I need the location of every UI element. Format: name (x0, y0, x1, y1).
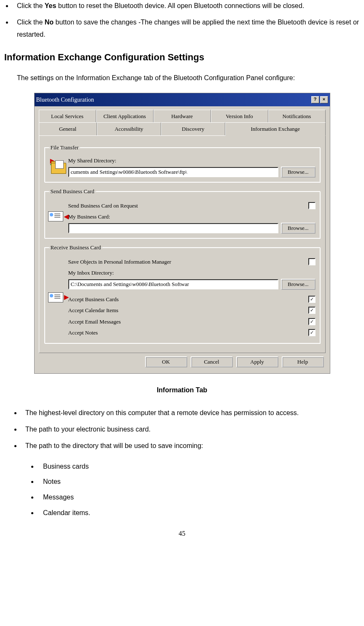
figure-caption: Information Tab (4, 384, 360, 397)
accept-email-label: Accept Email Messages (68, 317, 308, 326)
file-transfer-legend: File Transfer (49, 143, 81, 152)
accept-cards-label: Accept Business Cards (68, 294, 308, 304)
card-send-icon: ◀ (49, 211, 68, 222)
my-card-label: My Business Card: (68, 212, 315, 221)
bullet-item: Click the Yes button to reset the Blueto… (13, 0, 360, 12)
bullet-item: The highest-level directory on this comp… (21, 407, 360, 419)
send-on-request-label: Send Business Card on Request (68, 201, 308, 210)
tab-client-applications[interactable]: Client Applications (96, 110, 154, 122)
dialog-button-row: OK Cancel Apply Help (39, 353, 326, 369)
card-receive-icon: ▶ (49, 292, 68, 302)
tab-discovery[interactable]: Discovery (161, 122, 225, 135)
text: button to reset the Bluetooth device. Al… (56, 2, 304, 9)
dialog-body: Local Services Client Applications Hardw… (35, 106, 330, 373)
tab-hardware[interactable]: Hardware (154, 110, 211, 122)
inbox-dir-label: My Inbox Directory: (68, 268, 315, 278)
bluetooth-config-dialog: Bluetooth Configuration ? × Local Servic… (34, 93, 330, 374)
bullet-item: The path to the directory that will be u… (21, 440, 360, 452)
accept-notes-checkbox[interactable]: ✓ (308, 329, 315, 336)
accept-cards-checkbox[interactable]: ✓ (308, 296, 315, 303)
apply-button[interactable]: Apply (236, 356, 278, 367)
help-button[interactable]: ? (311, 96, 319, 103)
tab-panel: File Transfer ▶◀ My Shared Directory: (39, 135, 326, 353)
save-pim-checkbox[interactable] (308, 258, 315, 265)
tabs-front-row: General Accessibility Discovery Informat… (39, 122, 326, 135)
sub-bullet-list: Business cards Notes Messages Calendar i… (38, 461, 360, 519)
shared-dir-label: My Shared Directory: (68, 156, 315, 165)
receive-card-legend: Receive Business Card (49, 243, 103, 252)
bullet-item: The path to your electronic business car… (21, 424, 360, 436)
section-heading: Information Exchange Configuration Setti… (4, 49, 360, 66)
bullet-item: Messages (38, 491, 360, 504)
shared-dir-input[interactable] (68, 167, 279, 177)
close-button[interactable]: × (320, 96, 328, 103)
tab-accessibility[interactable]: Accessibility (97, 122, 161, 135)
browse-button[interactable]: Browse... (281, 167, 315, 178)
text: Click the (17, 2, 45, 9)
tab-notifications[interactable]: Notifications (268, 110, 326, 122)
titlebar: Bluetooth Configuration ? × (35, 93, 330, 106)
tab-information-exchange[interactable]: Information Exchange (225, 122, 326, 135)
bullet-item: Business cards (38, 461, 360, 473)
accept-email-checkbox[interactable]: ✓ (308, 318, 315, 325)
intro-text: The settings on the Information Exchange… (17, 72, 360, 84)
tab-general[interactable]: General (39, 122, 97, 135)
text: button to save the changes -The changes … (17, 19, 359, 38)
bullet-item: Calendar items. (38, 507, 360, 519)
accept-notes-label: Accept Notes (68, 328, 308, 337)
ok-button[interactable]: OK (145, 356, 187, 367)
inbox-dir-input[interactable] (68, 279, 279, 289)
send-card-legend: Send Business Card (49, 186, 96, 196)
top-bullet-list: Click the Yes button to reset the Blueto… (13, 0, 360, 40)
bold: Yes (45, 2, 57, 9)
accept-calendar-checkbox[interactable]: ✓ (308, 307, 315, 314)
bold: No (45, 19, 54, 26)
page-number: 45 (4, 528, 360, 540)
receive-card-group: Receive Business Card ▶ Save Objects in … (44, 243, 320, 344)
help-button[interactable]: Help (282, 356, 324, 367)
tab-local-services[interactable]: Local Services (39, 110, 96, 122)
text: Click the (17, 19, 45, 26)
my-card-input[interactable] (68, 223, 279, 233)
folder-share-icon: ▶◀ (49, 159, 68, 174)
send-on-request-checkbox[interactable] (308, 202, 315, 209)
mid-bullet-list: The highest-level directory on this comp… (21, 407, 360, 452)
bullet-item: Notes (38, 476, 360, 488)
file-transfer-group: File Transfer ▶◀ My Shared Directory: (44, 143, 320, 182)
save-pim-label: Save Objects in Personal Information Man… (68, 257, 308, 267)
send-card-group: Send Business Card ◀ Send Business Card … (44, 186, 320, 238)
bullet-item: Click the No button to save the changes … (13, 16, 360, 41)
browse-button[interactable]: Browse... (281, 223, 315, 234)
browse-button[interactable]: Browse... (281, 279, 315, 290)
cancel-button[interactable]: Cancel (191, 356, 233, 367)
accept-calendar-label: Accept Calendar Items (68, 305, 308, 315)
tab-version-info[interactable]: Version Info (211, 110, 268, 122)
titlebar-text: Bluetooth Configuration (36, 94, 310, 105)
tabs-back-row: Local Services Client Applications Hardw… (39, 110, 326, 122)
